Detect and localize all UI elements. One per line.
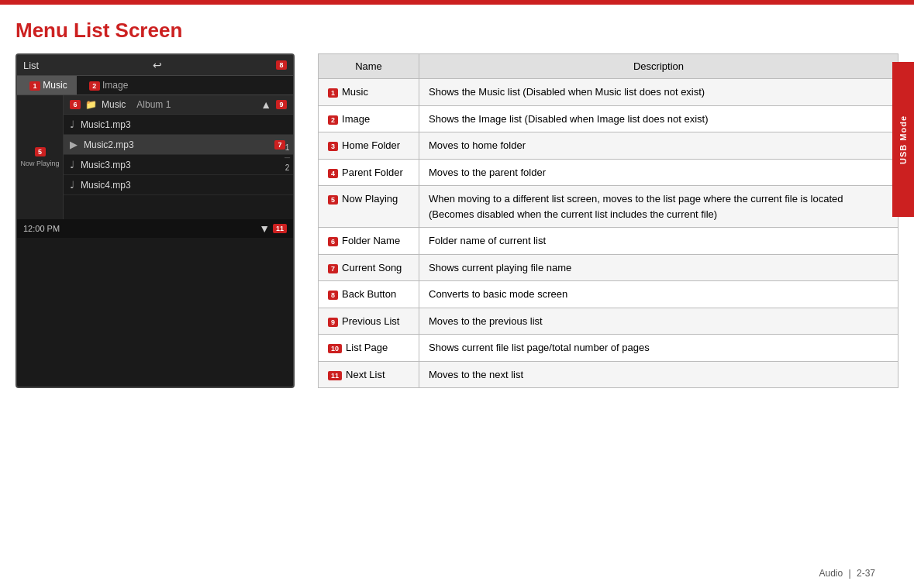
tab-music[interactable]: 1 Music (17, 76, 77, 95)
badge-9: 9 (276, 100, 287, 109)
table-row-name-6: 6Folder Name (319, 228, 419, 255)
badge-5: 5 (35, 147, 46, 156)
table-row-name-10: 10List Page (319, 335, 419, 362)
col-header-name: Name (319, 54, 419, 79)
table-row-name-4: 4Parent Folder (319, 159, 419, 186)
folder-header: 6 📁 Music Album 1 ▲ 9 (64, 95, 293, 115)
back-symbol: ↩ (153, 59, 162, 71)
table-row-desc-2: Shows the Image list (Disabled when Imag… (419, 105, 898, 132)
footer-page: 2-37 (857, 568, 875, 579)
table-container: Name Description 1MusicShows the Music l… (318, 53, 898, 388)
music-note-icon-1: ♩ (70, 119, 74, 130)
table-row-desc-5: When moving to a different list screen, … (419, 186, 898, 228)
file-item-1[interactable]: ♩ Music1.mp3 (64, 115, 293, 135)
page-total: 2 (285, 163, 290, 172)
file-item-4[interactable]: ♩ Music4.mp3 (64, 175, 293, 195)
table-row-name-9: 9Previous List (319, 308, 419, 335)
badge-1: 1 (29, 81, 40, 91)
badge-11: 11 (273, 224, 287, 233)
folder-name: Music (102, 99, 126, 110)
table-row-name-3: 3Home Folder (319, 132, 419, 160)
scroll-up-icon[interactable]: ▲ (260, 98, 271, 111)
music-note-icon-3: ♩ (70, 159, 74, 170)
table-row-name-1: 1Music (319, 79, 419, 106)
tab-music-label: Music (43, 80, 67, 91)
page-footer: Audio | 2-37 (819, 568, 875, 579)
play-icon-2: ▶ (70, 139, 78, 150)
table-row-desc-3: Moves to home folder (419, 132, 898, 160)
col-header-desc: Description (419, 54, 898, 79)
file-name-4: Music4.mp3 (81, 180, 287, 191)
badge-8: 8 (276, 60, 287, 70)
footer-text: Audio (819, 568, 843, 579)
side-tab: USB Mode (892, 62, 914, 217)
screen-footer: 12:00 PM ▼ 11 (17, 219, 293, 238)
tab-image-label: Image (102, 80, 128, 91)
table-row-desc-9: Moves to the previous list (419, 308, 898, 335)
table-row-desc-6: Folder name of current list (419, 228, 898, 255)
tab-image[interactable]: 2 Image (77, 76, 138, 95)
side-tab-label: USB Mode (898, 115, 908, 164)
table-row-name-7: 7Current Song (319, 254, 419, 281)
table-row-desc-7: Shows current playing file name (419, 254, 898, 281)
list-title: List (23, 60, 39, 71)
tab-row: 1 Music 2 Image (17, 76, 293, 95)
screen-header: List ↩ 8 (17, 55, 293, 76)
now-playing-label: Now Playing (20, 160, 59, 167)
table-row-name-11: 11Next List (319, 361, 419, 388)
file-item-2[interactable]: ▶ Music2.mp3 7 (64, 135, 293, 155)
table-row-desc-1: Shows the Music list (Disabled when Musi… (419, 79, 898, 106)
file-name-3: Music3.mp3 (81, 160, 287, 170)
file-item-3[interactable]: ♩ Music3.mp3 (64, 155, 293, 175)
table-row-desc-4: Moves to the parent folder (419, 159, 898, 186)
table-row-name-8: 8Back Button (319, 281, 419, 308)
table-row-desc-10: Shows current file list page/total numbe… (419, 335, 898, 362)
info-table: Name Description 1MusicShows the Music l… (318, 53, 898, 388)
table-row-desc-8: Converts to basic mode screen (419, 281, 898, 308)
scroll-down-icon[interactable]: ▼ (259, 222, 270, 235)
folder-icon: 📁 (85, 99, 97, 110)
badge-6: 6 (70, 100, 81, 109)
file-list: ♩ Music1.mp3 ▶ Music2.mp3 7 ♩ Music3.mp3… (64, 115, 293, 195)
main-content: List ↩ 8 1 Music 2 Image 5 Now Playing (0, 53, 914, 388)
album-name: Album 1 (136, 99, 171, 110)
file-name-2: Music2.mp3 (84, 139, 268, 150)
page-num: 1 (285, 143, 290, 152)
table-row-name-5: 5Now Playing (319, 186, 419, 228)
music-note-icon-4: ♩ (70, 179, 74, 191)
page-title: Menu List Screen (0, 5, 914, 53)
file-name-1: Music1.mp3 (81, 119, 287, 130)
screen-mockup: List ↩ 8 1 Music 2 Image 5 Now Playing (16, 53, 295, 388)
badge-7: 7 (274, 140, 285, 150)
time-display: 12:00 PM (23, 224, 60, 233)
badge-2: 2 (89, 81, 100, 91)
table-row-desc-11: Moves to the next list (419, 361, 898, 388)
table-row-name-2: 2Image (319, 105, 419, 132)
footer-separator: | (849, 568, 851, 579)
